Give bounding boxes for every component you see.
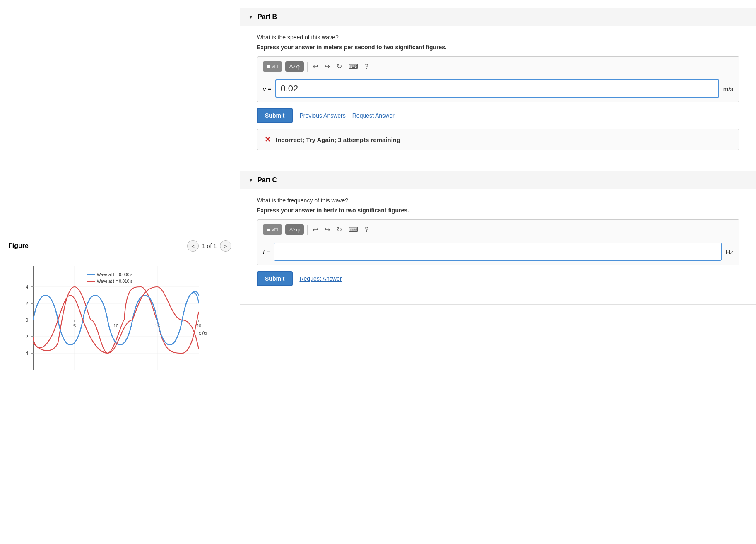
redo-icon-c: ↪ [325, 226, 330, 233]
part-c-answer-input[interactable] [274, 243, 722, 261]
part-c-question: What is the frequency of this wave? [257, 197, 739, 204]
svg-text:x (cm): x (cm) [199, 330, 207, 335]
part-b-instruction: Express your answer in meters per second… [257, 44, 739, 51]
part-c-input-row: f = Hz [263, 243, 733, 261]
svg-text:-4: -4 [24, 351, 28, 356]
incorrect-x-icon: ✕ [265, 135, 271, 144]
part-c-variable-label: f = [263, 248, 270, 255]
refresh-button-c[interactable]: ↻ [335, 224, 344, 235]
part-b-feedback-text: Incorrect; Try Again; 3 attempts remaini… [276, 136, 400, 143]
graph-container: 4 2 0 -2 -4 y (mm) 5 10 15 [8, 262, 207, 378]
symbol-button-c[interactable]: AΣφ [285, 224, 304, 235]
figure-header: Figure < 1 of 1 > [8, 240, 231, 255]
prev-nav-button[interactable]: < [187, 240, 199, 252]
redo-button-c[interactable]: ↪ [323, 224, 332, 235]
redo-icon-b: ↪ [325, 63, 330, 70]
formula-button-b[interactable]: ■ √□ [263, 61, 282, 72]
part-b-header: ▼ Part B [240, 8, 756, 26]
formula-icon-b: ■ [267, 63, 270, 70]
help-button-c[interactable]: ? [363, 224, 370, 235]
part-b-question: What is the speed of this wave? [257, 34, 739, 41]
help-button-b[interactable]: ? [363, 61, 370, 72]
svg-text:-2: -2 [24, 334, 28, 339]
formula-icon-c: ■ [267, 226, 270, 233]
part-b-feedback-banner: ✕ Incorrect; Try Again; 3 attempts remai… [257, 129, 739, 150]
figure-title: Figure [8, 242, 29, 250]
part-b-title: Part B [258, 13, 277, 21]
undo-button-b[interactable]: ↩ [311, 61, 320, 72]
part-b-answer-input[interactable] [275, 79, 719, 98]
symbol-text-c: AΣφ [289, 226, 300, 233]
refresh-button-b[interactable]: ↻ [335, 61, 344, 72]
svg-text:20: 20 [196, 323, 201, 328]
part-c-section: ▼ Part C What is the frequency of this w… [240, 163, 756, 305]
part-b-request-answer-button[interactable]: Request Answer [352, 112, 395, 119]
right-panel: ▼ Part B What is the speed of this wave?… [240, 0, 756, 544]
formula-button-c[interactable]: ■ √□ [263, 224, 282, 235]
part-c-unit: Hz [726, 248, 733, 255]
wave-graph: 4 2 0 -2 -4 y (mm) 5 10 15 [8, 262, 207, 378]
part-c-request-answer-button[interactable]: Request Answer [299, 275, 342, 282]
part-b-answer-box: ■ √□ AΣφ ↩ ↪ ↻ ⌨ [257, 56, 739, 102]
keyboard-button-b[interactable]: ⌨ [347, 61, 360, 72]
part-c-collapse-icon[interactable]: ▼ [248, 177, 253, 183]
help-icon-b: ? [365, 63, 368, 70]
undo-icon-c: ↩ [313, 226, 318, 233]
svg-text:2: 2 [26, 301, 28, 306]
svg-text:Wave at t = 0.010 s: Wave at t = 0.010 s [97, 279, 132, 284]
part-b-variable-label: v = [263, 85, 271, 92]
part-b-unit: m/s [723, 85, 733, 92]
part-c-header: ▼ Part C [240, 171, 756, 189]
part-c-action-row: Submit Request Answer [257, 271, 739, 286]
undo-button-c[interactable]: ↩ [311, 224, 320, 235]
part-b-section: ▼ Part B What is the speed of this wave?… [240, 0, 756, 163]
svg-text:0: 0 [26, 318, 28, 323]
formula-text-c: √□ [272, 226, 278, 233]
keyboard-icon-b: ⌨ [349, 63, 358, 70]
part-b-previous-answers-button[interactable]: Previous Answers [299, 112, 345, 119]
part-b-action-row: Submit Previous Answers Request Answer [257, 108, 739, 123]
redo-button-b[interactable]: ↪ [323, 61, 332, 72]
part-b-input-row: v = m/s [263, 79, 733, 98]
part-c-instruction: Express your answer in hertz to two sign… [257, 207, 739, 214]
symbol-text-b: AΣφ [289, 63, 300, 70]
part-c-answer-box: ■ √□ AΣφ ↩ ↪ ↻ ⌨ [257, 219, 739, 265]
left-panel: Figure < 1 of 1 > 4 2 0 [0, 0, 240, 544]
figure-nav: < 1 of 1 > [187, 240, 231, 252]
nav-count: 1 of 1 [202, 243, 217, 249]
formula-text-b: √□ [272, 63, 278, 70]
part-c-submit-button[interactable]: Submit [257, 271, 293, 286]
undo-icon-b: ↩ [313, 63, 318, 70]
next-nav-button[interactable]: > [220, 240, 231, 252]
keyboard-button-c[interactable]: ⌨ [347, 224, 360, 235]
part-b-collapse-icon[interactable]: ▼ [248, 14, 253, 20]
svg-text:4: 4 [26, 284, 28, 289]
refresh-icon-c: ↻ [337, 226, 342, 233]
keyboard-icon-c: ⌨ [349, 226, 358, 233]
toolbar-divider-2 [307, 225, 308, 235]
part-c-toolbar: ■ √□ AΣφ ↩ ↪ ↻ ⌨ [263, 224, 733, 238]
part-c-title: Part C [258, 176, 277, 184]
toolbar-divider-1 [307, 62, 308, 72]
part-b-submit-button[interactable]: Submit [257, 108, 293, 123]
symbol-button-b[interactable]: AΣφ [285, 61, 304, 72]
help-icon-c: ? [365, 226, 368, 233]
part-b-toolbar: ■ √□ AΣφ ↩ ↪ ↻ ⌨ [263, 61, 733, 75]
svg-text:Wave at t = 0.000 s: Wave at t = 0.000 s [97, 272, 132, 277]
refresh-icon-b: ↻ [337, 63, 342, 70]
